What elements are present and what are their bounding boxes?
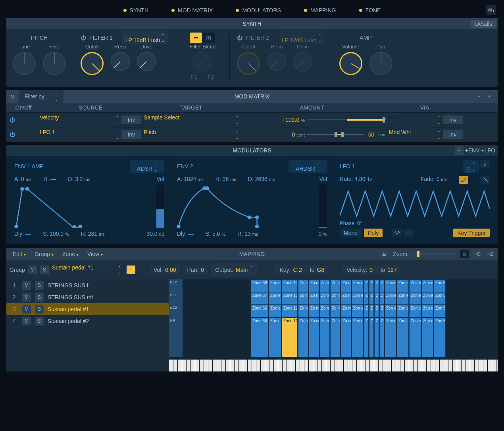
- zone-cell[interactable]: Z: [374, 279, 379, 292]
- selected-group[interactable]: Sustain pedal #1: [52, 264, 123, 275]
- zone-cell[interactable]: Zo n…: [298, 292, 308, 305]
- release-value[interactable]: R: 13 ms: [237, 231, 258, 237]
- settings-button[interactable]: ✻: [486, 5, 496, 15]
- reso-knob-2[interactable]: [267, 52, 286, 71]
- inv-button[interactable]: Inv: [443, 130, 463, 139]
- amount-slider[interactable]: [307, 119, 387, 120]
- row-power[interactable]: ⏻: [10, 117, 37, 123]
- zone-cell[interactable]: Zon e 465: [409, 317, 421, 357]
- zone-cell[interactable]: Z o n e 3: [364, 317, 369, 357]
- remove-mod-button[interactable]: −: [455, 146, 464, 155]
- zone-cell[interactable]: Zo ne 177: [309, 317, 319, 357]
- tab-modulators[interactable]: MODULATORS: [231, 5, 286, 16]
- zone-cell[interactable]: Zo n…: [330, 279, 340, 292]
- mute-button[interactable]: M: [22, 281, 31, 290]
- zone-cell[interactable]: Z o: [369, 305, 374, 317]
- zone-cell[interactable]: Zon e…: [352, 279, 364, 292]
- amount2-value[interactable]: 50: [368, 131, 375, 138]
- decay-value[interactable]: D: 3.2 ms: [68, 176, 90, 182]
- zone-cell[interactable]: Zone 122: [282, 305, 298, 317]
- view-mode-1[interactable]: ⅲ: [460, 250, 469, 258]
- zone-cell[interactable]: Zon e…: [421, 279, 433, 292]
- mute-button[interactable]: M: [22, 317, 31, 325]
- zone-cell[interactable]: Zon e…: [385, 279, 396, 292]
- zone-cell[interactable]: Zo ne 15 4: [298, 305, 308, 317]
- vel-bar[interactable]: [319, 185, 327, 228]
- zone-cell[interactable]: Zo n…: [309, 292, 319, 305]
- filter-mode-toggle[interactable]: ••⊞: [190, 33, 215, 43]
- blend-knob[interactable]: [193, 52, 212, 71]
- zone-cell[interactable]: Z: [364, 292, 369, 305]
- zone-cell[interactable]: Zon 50: [434, 305, 446, 317]
- piano-keyboard[interactable]: [169, 360, 498, 371]
- zone-cell[interactable]: Zon 50: [434, 279, 446, 292]
- zone-cell[interactable]: Z o n e 3: [379, 317, 384, 357]
- rate-value[interactable]: Rate: 4.80Hz: [340, 176, 372, 184]
- zone-cell[interactable]: Zon e 393: [385, 317, 396, 357]
- tab-mapping[interactable]: MAPPING: [299, 5, 341, 16]
- vel-bar[interactable]: [156, 185, 164, 228]
- zone-cell[interactable]: Zo n…: [309, 279, 319, 292]
- zone-cell[interactable]: Z o: [379, 305, 384, 317]
- zone-cell[interactable]: Zo n…: [341, 292, 351, 305]
- mute-button[interactable]: M: [22, 293, 31, 302]
- zone-cell[interactable]: Z o: [364, 305, 369, 317]
- vol-field[interactable]: Vol: 0.00: [150, 265, 180, 275]
- zone-cell[interactable]: Z: [379, 292, 384, 305]
- zone-cell[interactable]: Zon e…: [352, 292, 364, 305]
- lfo-display-mode-1[interactable]: [392, 229, 402, 237]
- add-lfo-button[interactable]: +LFO: [481, 147, 495, 154]
- mute-button[interactable]: M: [22, 305, 31, 314]
- sustain-value[interactable]: S: 5.6 %: [206, 231, 225, 237]
- filter1-type[interactable]: LP 12dB Lush: [122, 31, 168, 44]
- vel-amount[interactable]: 30.0 dB: [146, 231, 164, 237]
- group-row[interactable]: 2MSSTRINGS SUS mf: [6, 291, 169, 303]
- mono-button[interactable]: Mono: [340, 229, 362, 237]
- solo-button[interactable]: S: [35, 281, 44, 290]
- drive-knob[interactable]: [137, 52, 156, 71]
- zone-cell[interactable]: Zon e 97: [269, 317, 281, 357]
- zone-cell[interactable]: Zon e…: [421, 305, 433, 317]
- zone-cell[interactable]: Zo ne 250: [330, 305, 340, 317]
- inv-button[interactable]: Inv: [121, 130, 141, 139]
- zone-cell[interactable]: Zo ne 15 3: [298, 317, 308, 357]
- group-menu[interactable]: Group: [31, 250, 57, 258]
- cutoff-knob[interactable]: [81, 52, 104, 75]
- source-select[interactable]: LFO 1: [40, 129, 119, 140]
- amount-value[interactable]: 0: [292, 131, 295, 138]
- zone-cell[interactable]: Zon e…: [385, 292, 396, 305]
- mute-button[interactable]: M: [28, 266, 37, 274]
- zone-cell[interactable]: Zon e 394: [385, 305, 396, 317]
- zone-cell[interactable]: Zon e 99: [269, 292, 281, 305]
- tab-modmatrix[interactable]: MOD MATRIX: [167, 5, 217, 16]
- zone-cell[interactable]: Zon e…: [397, 292, 409, 305]
- zone-cell[interactable]: Z: [364, 279, 369, 292]
- pan-field[interactable]: Pan: 0: [183, 265, 208, 275]
- zone-cell[interactable]: Zon e 98: [269, 305, 281, 317]
- phase-value[interactable]: Phase: 0°: [340, 220, 490, 226]
- reso-knob[interactable]: [111, 52, 130, 71]
- zone-cell[interactable]: Zo ne 249: [330, 317, 340, 357]
- zone-cell[interactable]: Zo n…: [319, 279, 330, 292]
- filter-icon[interactable]: ⊜: [10, 93, 15, 100]
- zone-cell[interactable]: Zon e…: [409, 279, 421, 292]
- zone-cell[interactable]: Zone 66: [251, 305, 268, 317]
- fine-knob[interactable]: [43, 52, 66, 75]
- view-mode-3[interactable]: ≡Z: [486, 250, 494, 258]
- fade-out-icon[interactable]: [480, 176, 490, 184]
- lfo-display-mode-2[interactable]: [404, 229, 414, 237]
- zone-map[interactable]: e 12Zone 68Zon e…Zone 124Zo n…Zo n…Zo n……: [169, 279, 498, 371]
- tune-knob[interactable]: [13, 52, 36, 75]
- remove-row-button[interactable]: −: [475, 92, 483, 101]
- env-mode-select[interactable]: ADSR: [130, 160, 164, 173]
- target-select[interactable]: Pitch: [144, 129, 239, 140]
- fade-in-icon[interactable]: [459, 176, 468, 184]
- zone-cell[interactable]: Zo ne 281: [341, 317, 351, 357]
- add-env-button[interactable]: +ENV: [465, 147, 480, 154]
- zone-cell[interactable]: Zon e 433: [397, 317, 409, 357]
- key-range[interactable]: Key: C-2 to G8: [275, 265, 328, 275]
- pan-knob[interactable]: [369, 52, 392, 75]
- zone-cell[interactable]: Zo n…: [319, 292, 330, 305]
- zone-cell[interactable]: Zo ne 218: [319, 305, 330, 317]
- zone-cell[interactable]: Zon e 434: [397, 305, 409, 317]
